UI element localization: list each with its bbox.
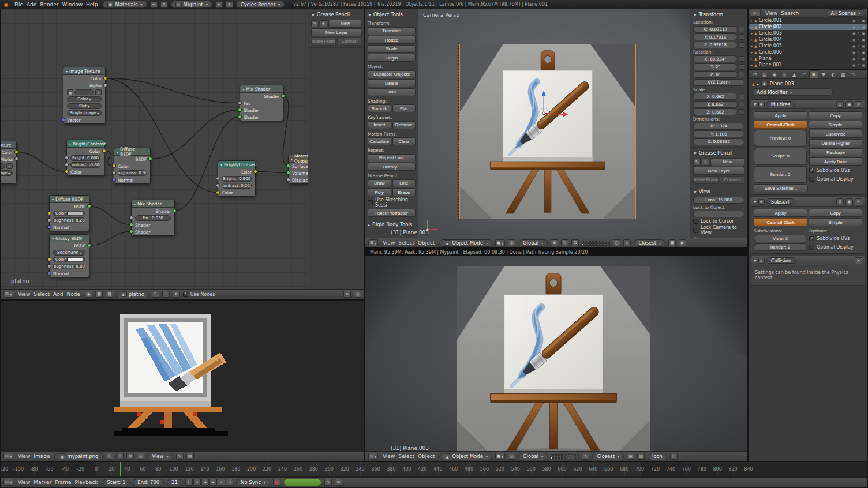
- view-field[interactable]: View: 3: [754, 235, 807, 242]
- play-reverse-icon[interactable]: ◂: [201, 479, 209, 486]
- input-socket[interactable]: [129, 216, 133, 220]
- output-socket[interactable]: [173, 209, 177, 213]
- scale-button[interactable]: Scale: [368, 45, 416, 53]
- render-field[interactable]: Render: 2: [754, 243, 807, 251]
- number-field[interactable]: Y: 0.662: [693, 101, 738, 108]
- pencil-icon[interactable]: ✎: [693, 159, 701, 166]
- renderability-camera-icon[interactable]: ▣: [862, 25, 865, 29]
- add-modifier-select[interactable]: Add Modifier: [752, 88, 833, 96]
- expand-icon[interactable]: ▸: [751, 31, 753, 35]
- menu-node[interactable]: Node: [65, 291, 82, 297]
- outliner-item-circle.001[interactable]: ▸▲Circle.001◉↖▣: [749, 17, 867, 24]
- poly-button[interactable]: Poly: [368, 188, 391, 196]
- viewport-visibility-icon[interactable]: ◉: [845, 101, 853, 108]
- input-socket[interactable]: [129, 230, 133, 234]
- value-slider[interactable]: Bright: 0.000: [70, 155, 100, 161]
- visibility-eye-icon[interactable]: ◉: [852, 44, 855, 48]
- enum-select[interactable]: Single Image▾: [67, 110, 102, 116]
- subdivide-uvs-checkbox[interactable]: [809, 236, 814, 241]
- image-name-field[interactable]: [1, 163, 5, 169]
- node-image-texture[interactable]: ▾Image TextureColorAlpha▦✕Color▾Flat▾Sin…: [63, 67, 106, 124]
- sync-mode-select[interactable]: No Sync: [236, 479, 270, 486]
- delete-modifier-icon[interactable]: ✕: [855, 257, 862, 264]
- render-visibility-icon[interactable]: ⊡: [836, 101, 844, 108]
- input-socket[interactable]: [65, 170, 69, 174]
- input-socket[interactable]: [61, 118, 65, 122]
- collapse-icon[interactable]: ▾: [134, 202, 136, 206]
- optimal-display-toggle[interactable]: Optimal Display: [809, 245, 862, 250]
- orientation-select[interactable]: Global: [518, 239, 548, 247]
- layer-dot[interactable]: [553, 457, 556, 459]
- node-diffuse-bsdf[interactable]: ▾Diffuse BSDFBSDFColorRoughness: 0.300No…: [114, 148, 151, 184]
- unlink-icon[interactable]: ✕: [6, 163, 13, 169]
- delete-higher-button[interactable]: Delete Higher: [809, 139, 862, 147]
- enum-select[interactable]: Flat▾: [67, 103, 102, 109]
- tab-world[interactable]: ◎: [780, 70, 789, 78]
- grease-new-layer-button[interactable]: New Layer: [311, 28, 362, 36]
- output-socket[interactable]: [281, 94, 285, 98]
- visibility-eye-icon[interactable]: ◉: [852, 50, 855, 54]
- shader-nodes-icon[interactable]: ◉: [85, 291, 92, 298]
- layers-widget[interactable]: [551, 454, 579, 459]
- number-field[interactable]: Z: 0°: [693, 71, 738, 78]
- node-diffuse-bsdf[interactable]: ▾Diffuse BSDFBSDFColorRoughness: 0.200No…: [49, 195, 89, 231]
- grease-convert-button[interactable]: Convert: [337, 37, 362, 46]
- selectability-icon[interactable]: ↖: [857, 44, 860, 48]
- renderability-camera-icon[interactable]: ▣: [862, 63, 865, 67]
- color-swatch-field[interactable]: Color: [53, 211, 85, 216]
- visibility-eye-icon[interactable]: ◉: [852, 37, 855, 42]
- renderability-camera-icon[interactable]: ▣: [862, 18, 865, 22]
- lens-field[interactable]: Lens: 35.000: [693, 197, 744, 204]
- layer-dot[interactable]: [588, 243, 590, 246]
- selectability-icon[interactable]: ↖: [857, 25, 860, 29]
- visibility-eye-icon[interactable]: ◉: [852, 63, 855, 67]
- simple-toggle[interactable]: Simple: [809, 218, 862, 226]
- sculpt-field[interactable]: Sculpt: 0: [754, 148, 807, 164]
- input-socket[interactable]: [286, 171, 290, 175]
- editor-type-icon[interactable]: ⊞: [751, 10, 761, 17]
- modifier-header[interactable]: ▼ ✱ Multires ⊡ ◉ ✕: [751, 100, 865, 109]
- play-icon[interactable]: ▸: [209, 479, 217, 486]
- layer-dot[interactable]: [559, 457, 562, 459]
- expand-icon[interactable]: ▸: [751, 18, 753, 22]
- preview-field[interactable]: Preview: 0: [754, 130, 807, 147]
- fake-user-icon[interactable]: F: [106, 453, 113, 460]
- color-swatch[interactable]: [67, 212, 83, 215]
- scale-manipulator-icon[interactable]: ⊡: [571, 239, 579, 246]
- use-nodes-checkbox[interactable]: [183, 292, 188, 297]
- renderability-camera-icon[interactable]: ▣: [862, 31, 865, 35]
- repeat-last-button[interactable]: Repeat Last: [368, 154, 416, 162]
- layer-dot[interactable]: [562, 454, 564, 456]
- menu-file[interactable]: File: [13, 2, 25, 7]
- input-socket[interactable]: [112, 171, 116, 175]
- layer-dot[interactable]: [565, 454, 567, 456]
- layer-dot[interactable]: [596, 243, 598, 246]
- input-socket[interactable]: [112, 164, 116, 168]
- node-glossy-bsdf[interactable]: ▾Glossy BSDFBSDFBeckmann▾ColorRoughness:…: [49, 234, 89, 277]
- input-socket[interactable]: [65, 156, 69, 160]
- viewport-3d[interactable]: Camera Persp (31) Plane.003 ▼ Object Too…: [365, 9, 748, 248]
- input-socket[interactable]: [47, 264, 51, 268]
- subdivide-button[interactable]: Subdivide: [809, 130, 862, 138]
- pencil-icon[interactable]: ✎: [311, 20, 319, 27]
- display-channels-select[interactable]: View: [147, 453, 173, 460]
- renderability-camera-icon[interactable]: ▣: [862, 44, 865, 48]
- smooth-button[interactable]: Smooth: [368, 104, 391, 112]
- lock-camera-toggle[interactable]: Lock Camera to View: [693, 225, 744, 235]
- value-slider[interactable]: Contrast: -0.600: [70, 162, 100, 168]
- expand-icon[interactable]: ▸: [751, 63, 753, 67]
- collapse-icon[interactable]: ▾: [66, 69, 68, 73]
- pivot-icon[interactable]: ◎: [508, 239, 515, 246]
- layer-dot[interactable]: [602, 243, 604, 246]
- layer-dot[interactable]: [553, 454, 556, 456]
- value-slider[interactable]: Fac: 0.050: [135, 215, 171, 221]
- expand-icon[interactable]: ▸: [751, 44, 753, 48]
- tab-physics[interactable]: ⊃: [848, 70, 858, 78]
- mode-select[interactable]: ▲ Object Mode: [439, 239, 492, 247]
- lock-icon[interactable]: ○: [613, 239, 620, 246]
- menu-view[interactable]: View: [16, 453, 32, 459]
- object-tools-panel-header[interactable]: ▼ Object Tools: [368, 10, 416, 18]
- rigid-body-tools-panel-header[interactable]: ▸ Rigid Body Tools: [368, 220, 416, 228]
- selectability-icon[interactable]: ↖: [857, 37, 860, 42]
- layer-dot[interactable]: [608, 241, 610, 243]
